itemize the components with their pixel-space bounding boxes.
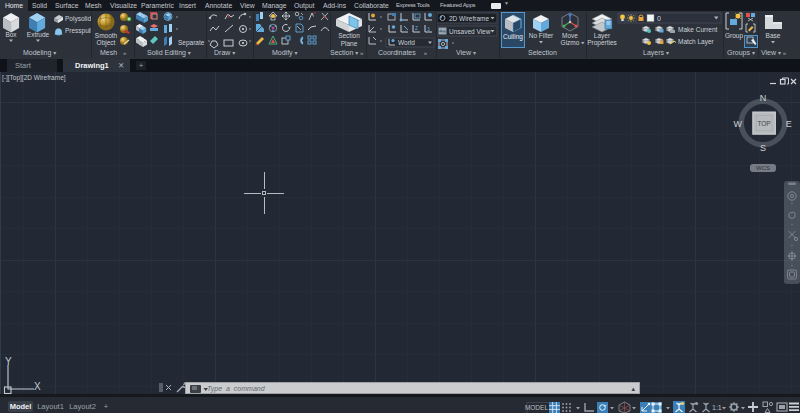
svg-text:Base: Base — [766, 32, 781, 39]
svg-text:Extrude: Extrude — [27, 31, 50, 38]
svg-text:Move: Move — [562, 32, 578, 39]
svg-text:Group: Group — [725, 32, 743, 40]
svg-text:Section: Section — [338, 32, 360, 39]
svg-text:Object: Object — [97, 39, 116, 47]
svg-text:3: 3 — [427, 26, 430, 32]
svg-text:Z: Z — [415, 25, 418, 31]
svg-text:Polysolid: Polysolid — [65, 15, 91, 23]
svg-text:1:1: 1:1 — [712, 404, 722, 411]
svg-text:Plane: Plane — [341, 40, 358, 47]
svg-text:Presspull: Presspull — [65, 27, 92, 35]
svg-text:Separate: Separate — [178, 39, 205, 47]
svg-text:Box: Box — [5, 31, 17, 38]
svg-text:0: 0 — [657, 15, 661, 22]
svg-text:Make Current: Make Current — [678, 26, 718, 33]
svg-text:2D Wireframe: 2D Wireframe — [449, 15, 489, 22]
svg-text:MODEL: MODEL — [525, 404, 549, 411]
svg-text:Match Layer: Match Layer — [678, 38, 715, 46]
svg-text:Properties: Properties — [587, 39, 617, 47]
svg-text:TOP: TOP — [757, 120, 770, 127]
svg-text:No Filter: No Filter — [529, 32, 554, 39]
svg-text:Y: Y — [5, 356, 12, 367]
svg-text:Gizmo: Gizmo — [561, 39, 580, 46]
svg-text:E: E — [786, 119, 792, 129]
svg-text:N: N — [760, 93, 767, 103]
svg-text:World: World — [398, 39, 415, 46]
svg-text:Unsaved View: Unsaved View — [449, 28, 491, 35]
svg-text:W: W — [734, 119, 743, 129]
svg-text:S: S — [760, 143, 766, 153]
svg-text:Culling: Culling — [503, 33, 523, 41]
svg-text:X: X — [34, 381, 41, 392]
svg-text:Smooth: Smooth — [95, 32, 118, 39]
